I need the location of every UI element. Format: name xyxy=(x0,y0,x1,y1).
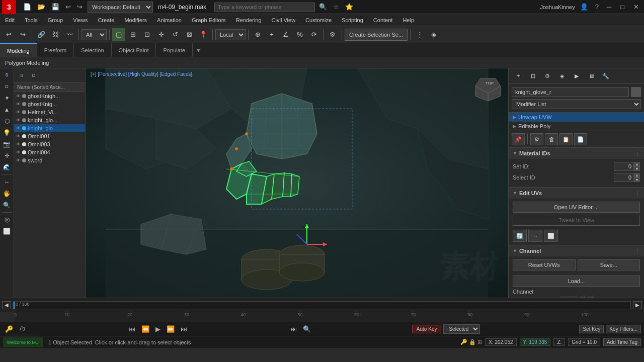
undo-btn[interactable]: ↩ xyxy=(63,2,73,12)
auto-key-btn[interactable]: Auto Key xyxy=(412,325,442,333)
edit-uvs-header[interactable]: ▼ Edit UVs ⋮ xyxy=(509,188,644,199)
menu-animation[interactable]: Animation xyxy=(152,16,187,24)
mat-editor-btn[interactable]: ◈ xyxy=(427,28,440,41)
menu-edit[interactable]: Edit xyxy=(0,16,20,24)
map-ch-down-btn[interactable]: ▼ xyxy=(588,297,594,298)
uv-peel-icon[interactable]: 🔄 xyxy=(513,230,527,242)
link-btn[interactable]: 🔗 xyxy=(35,28,48,41)
next-frame-btn[interactable]: ⏩ xyxy=(165,324,177,334)
rp-sel-btn[interactable]: ⊡ xyxy=(526,70,539,81)
lt-wire-btn[interactable]: ⬜ xyxy=(2,226,13,237)
save-uvws-btn[interactable]: Save... xyxy=(578,259,640,270)
save-btn[interactable]: 💾 xyxy=(49,2,61,12)
menu-scripting[interactable]: Scripting xyxy=(337,16,368,24)
set-key-btn[interactable]: Set Key xyxy=(579,325,604,333)
select-id-up-btn[interactable]: ▲ xyxy=(634,173,640,177)
pivot-btn[interactable]: ⊕ xyxy=(251,28,264,41)
rp-motion-btn[interactable]: ▶ xyxy=(570,70,583,81)
ruler-track[interactable]: 0 10 20 30 40 50 60 70 80 90 100 xyxy=(14,312,644,321)
select-id-down-btn[interactable]: ▼ xyxy=(634,177,640,182)
material-ids-header[interactable]: ▼ Material IDs ⋮ xyxy=(509,148,644,159)
set-id-up-btn[interactable]: ▲ xyxy=(634,162,640,166)
scene-list-display-btn[interactable]: D xyxy=(28,70,39,81)
mod-item-unwrap-uvw[interactable]: ▶ Unwrap UVW xyxy=(509,113,644,122)
minimize-btn[interactable]: ─ xyxy=(604,2,614,12)
rp-mod-btn[interactable]: ⚙ xyxy=(541,70,554,81)
menu-views[interactable]: Views xyxy=(68,16,93,24)
coord-dropdown[interactable]: Local xyxy=(215,29,246,40)
workspace-dropdown[interactable]: Workspace: Default xyxy=(88,2,153,13)
scene-item-helmet[interactable]: 👁 Helmet_Vi... xyxy=(14,108,85,116)
user-icon[interactable]: 👤 xyxy=(578,2,590,12)
scene-item-knight-glo1[interactable]: 👁 knight_glo... xyxy=(14,116,85,124)
new-btn[interactable]: 📄 xyxy=(21,2,33,12)
lt-select-btn[interactable]: S xyxy=(2,69,13,80)
tab-object-paint[interactable]: Object Paint xyxy=(112,43,156,57)
menu-civil-view[interactable]: Civil View xyxy=(267,16,300,24)
filter-dropdown[interactable]: All xyxy=(82,29,107,40)
nav-cube[interactable]: TOP xyxy=(473,73,503,101)
scene-item-ghostknight2[interactable]: 👁 ghostKnig... xyxy=(14,100,85,108)
render-settings-btn[interactable]: ⚙ xyxy=(326,28,339,41)
rp-hier-btn[interactable]: ◈ xyxy=(555,70,569,81)
reset-uvws-btn[interactable]: Reset UVWs xyxy=(513,259,576,270)
prev-frame-btn[interactable]: ⏪ xyxy=(139,324,151,334)
redo-toolbar-btn[interactable]: ↪ xyxy=(16,28,29,41)
viewport[interactable]: [+] [Perspective] [High Quality] [Edged … xyxy=(86,68,508,298)
rp-display-btn[interactable]: 🖥 xyxy=(585,70,598,81)
scene-item-sword[interactable]: 👁 sword xyxy=(14,156,85,164)
lt-geometry-btn[interactable]: ▲ xyxy=(2,104,13,115)
map-ch-up-btn[interactable]: ▲ xyxy=(580,297,586,298)
snap-btn[interactable]: + xyxy=(265,28,278,41)
tab-selection[interactable]: Selection xyxy=(74,43,111,57)
create-selection-btn[interactable]: Create Selection Se... xyxy=(345,29,408,41)
select-id-input[interactable] xyxy=(614,173,634,182)
select-obj-btn[interactable]: ▢ xyxy=(112,28,125,41)
maximize-btn[interactable]: □ xyxy=(617,2,627,12)
scene-item-omni003[interactable]: 👁 Omni003 xyxy=(14,140,85,148)
uv-flatten-icon[interactable]: ⬜ xyxy=(544,230,558,242)
key-icon[interactable]: 🔑 xyxy=(460,339,467,345)
tab-populate[interactable]: Populate xyxy=(156,43,192,57)
open-uv-editor-btn[interactable]: Open UV Editor ... xyxy=(513,202,640,213)
next-key-btn[interactable]: ⏭ xyxy=(288,324,299,334)
lt-zoom-btn[interactable]: 🔍 xyxy=(2,200,13,211)
set-id-down-btn[interactable]: ▼ xyxy=(634,166,640,171)
scene-item-knight-glo2[interactable]: 👁 knight_glo xyxy=(14,124,85,132)
help-icon[interactable]: ? xyxy=(593,2,601,12)
place-btn[interactable]: 📍 xyxy=(197,28,210,41)
menu-help[interactable]: Help xyxy=(397,16,419,24)
scene-item-omni001[interactable]: 👁 Omni001 xyxy=(14,132,85,140)
tweak-in-view-btn[interactable]: Tweak In View xyxy=(513,215,640,226)
scale-btn[interactable]: ⊠ xyxy=(183,28,196,41)
tab-modeling[interactable]: Modeling xyxy=(0,43,37,57)
redo-btn[interactable]: ↪ xyxy=(75,2,85,12)
key-filters-btn[interactable]: Key Filters... xyxy=(606,325,641,333)
mod-copy-btn[interactable]: 📋 xyxy=(559,133,573,145)
load-uvws-btn[interactable]: Load... xyxy=(513,276,640,287)
lt-isolate-btn[interactable]: ◎ xyxy=(2,214,13,225)
rotate-btn[interactable]: ↺ xyxy=(169,28,182,41)
unlink-btn[interactable]: ⛓ xyxy=(49,28,62,41)
bookmark-icon-btn[interactable]: ☆ xyxy=(331,2,341,12)
search-input[interactable] xyxy=(214,3,315,12)
modifier-color-box[interactable] xyxy=(631,87,641,97)
key-mode-toggle-btn[interactable]: 🔑 xyxy=(3,324,15,334)
select-region-btn[interactable]: ⊞ xyxy=(126,28,139,41)
goto-start-btn[interactable]: ⏮ xyxy=(127,324,137,334)
search-key-btn[interactable]: 🔍 xyxy=(301,324,313,334)
grid-icon[interactable]: ⊞ xyxy=(477,339,482,345)
tab-more-btn[interactable]: ▼ xyxy=(196,47,201,53)
menu-create[interactable]: Create xyxy=(93,16,119,24)
scene-list-select-btn[interactable]: S xyxy=(16,70,27,81)
channel-options-btn[interactable]: ⋮ xyxy=(635,248,640,254)
scene-item-ghostknight1[interactable]: 👁 ghostKnigh... xyxy=(14,92,85,100)
schematic-btn[interactable]: ⋮ xyxy=(413,28,426,41)
spinner-snap-btn[interactable]: ⟳ xyxy=(307,28,320,41)
bookmark2-icon-btn[interactable]: ⭐ xyxy=(343,2,355,12)
time-config-btn[interactable]: ⏱ xyxy=(17,324,28,334)
channel-header[interactable]: ▼ Channel ⋮ xyxy=(509,245,644,256)
section-options-btn[interactable]: ⋮ xyxy=(635,151,640,156)
undo-toolbar-btn[interactable]: ↩ xyxy=(2,28,15,41)
lt-space-warp-btn[interactable]: 🌊 xyxy=(2,162,13,173)
